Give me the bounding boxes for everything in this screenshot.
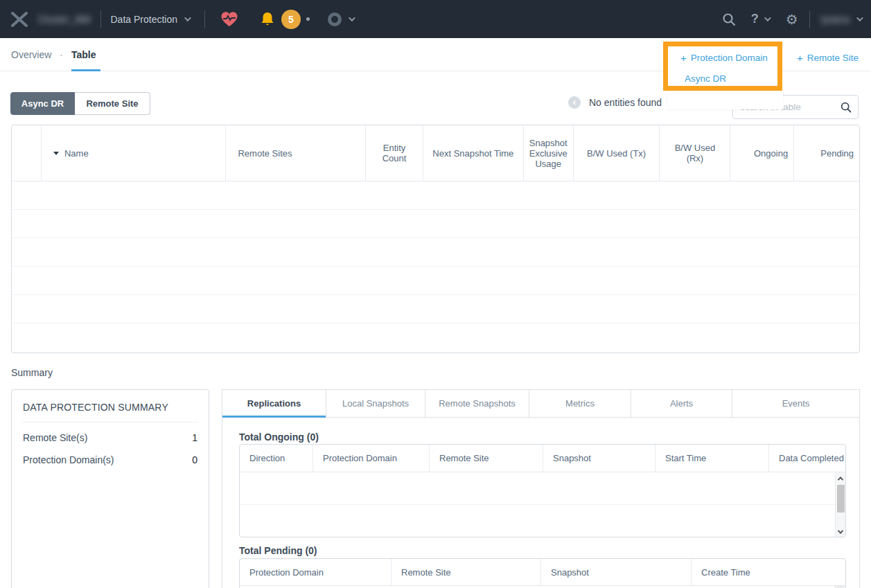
plus-icon: + [797, 52, 803, 64]
divider [809, 10, 810, 28]
add-protection-domain-label[interactable]: Protection Domain [691, 53, 768, 63]
alerts-bell-icon[interactable] [259, 11, 276, 28]
stat-value: 1 [192, 432, 197, 443]
summary-card-title: DATA PROTECTION SUMMARY [12, 390, 209, 422]
search-icon[interactable] [722, 12, 736, 26]
data-protection-page: Cluster_368 Data Protection 5 [0, 0, 871, 588]
add-remote-site-button[interactable]: + Remote Site [797, 52, 859, 64]
col-snapshot[interactable]: Snapshot [541, 559, 692, 585]
menu-item-async-dr[interactable]: Async DR [685, 73, 726, 84]
stat-label: Protection Domain(s) [23, 454, 114, 465]
add-protection-domain-button[interactable]: + Protection Domain [680, 52, 768, 64]
table-row [240, 505, 845, 537]
tab-overview[interactable]: Overview [11, 38, 51, 71]
ongoing-header-row: Direction Protection Domain Remote Site … [240, 445, 845, 472]
tab-events[interactable]: Events [732, 390, 859, 417]
help-question-icon[interactable]: ? [751, 12, 759, 26]
summary-detail-panel: Replications Local Snapshots Remote Snap… [222, 389, 860, 588]
col-ongoing[interactable]: Ongoing [730, 125, 794, 181]
entity-type-toggle: Async DR Remote Site [10, 92, 150, 115]
tab-separator: · [60, 38, 63, 71]
pending-header-row: Protection Domain Remote Site Snapshot C… [240, 559, 845, 586]
nutanix-x-logo[interactable] [11, 12, 28, 27]
scrollbar-thumb[interactable] [837, 485, 845, 513]
tab-metrics[interactable]: Metrics [529, 390, 631, 417]
col-name[interactable]: Name [42, 125, 227, 181]
username[interactable]: lystora [821, 14, 850, 25]
col-data-completed[interactable]: Data Completed [769, 445, 845, 472]
col-direction[interactable]: Direction [240, 445, 313, 472]
status-text: No entities found [589, 97, 662, 108]
summary-stat-row: Remote Site(s) 1 [12, 422, 209, 445]
nav-menu-data-protection[interactable]: Data Protection [111, 14, 178, 25]
pending-table: Protection Domain Remote Site Snapshot C… [239, 558, 846, 588]
chevron-down-icon[interactable] [184, 15, 191, 21]
protection-domain-table: Name Remote Sites Entity Count Next Snap… [11, 125, 860, 353]
col-remote-sites[interactable]: Remote Sites [226, 125, 366, 181]
scroll-down-icon[interactable] [836, 526, 846, 537]
col-bw-used-tx[interactable]: B/W Used (Tx) [574, 125, 660, 181]
stat-label: Remote Site(s) [23, 432, 87, 443]
ongoing-table-body [240, 472, 845, 537]
table-row [12, 210, 859, 238]
chevron-down-icon[interactable] [856, 15, 863, 21]
table-body [12, 181, 859, 352]
toggle-remote-site[interactable]: Remote Site [75, 92, 150, 115]
tab-alerts[interactable]: Alerts [631, 390, 732, 417]
table-row [12, 267, 859, 295]
col-remote-site[interactable]: Remote Site [430, 445, 543, 472]
col-snapshot-exclusive-usage[interactable]: Snapshot Exclusive Usage [524, 125, 574, 181]
health-heart-icon[interactable] [220, 11, 238, 28]
divider [100, 10, 101, 28]
col-entity-count[interactable]: Entity Count [366, 125, 423, 181]
tab-replications[interactable]: Replications [222, 390, 326, 417]
summary-section-label: Summary [11, 367, 53, 378]
table-row [12, 238, 859, 267]
tab-local-snapshots[interactable]: Local Snapshots [326, 390, 425, 417]
data-protection-summary-card: DATA PROTECTION SUMMARY Remote Site(s) 1… [11, 389, 209, 588]
total-ongoing-title: Total Ongoing (0) [239, 431, 319, 443]
col-next-snapshot-time[interactable]: Next Snapshot Time [423, 125, 524, 181]
col-start-time[interactable]: Start Time [656, 445, 769, 472]
total-pending-title: Total Pending (0) [239, 545, 317, 556]
ongoing-table: Direction Protection Domain Remote Site … [239, 444, 846, 537]
stat-value: 0 [192, 454, 197, 465]
separator-dot-icon [306, 17, 310, 21]
table-row [240, 472, 845, 505]
table-row [12, 323, 859, 352]
tab-remote-snapshots[interactable]: Remote Snapshots [425, 390, 529, 417]
table-header-row: Name Remote Sites Entity Count Next Snap… [12, 125, 859, 181]
vertical-scrollbar[interactable] [835, 472, 845, 537]
top-bar: Cluster_368 Data Protection 5 [0, 0, 871, 38]
col-protection-domain[interactable]: Protection Domain [240, 559, 391, 585]
chevron-down-icon[interactable] [349, 15, 355, 21]
gear-icon[interactable]: ⚙ [786, 12, 798, 26]
chevron-down-icon[interactable] [764, 15, 771, 21]
table-row [12, 295, 859, 323]
divider [204, 10, 205, 28]
col-remote-site[interactable]: Remote Site [391, 559, 541, 585]
col-snapshot[interactable]: Snapshot [543, 445, 656, 472]
magnifier-icon[interactable] [841, 102, 852, 113]
toggle-async-dr[interactable]: Async DR [10, 92, 75, 115]
sort-desc-icon [53, 152, 59, 155]
col-pending[interactable]: Pending [794, 125, 859, 181]
scroll-up-icon[interactable] [836, 472, 846, 484]
plus-icon: + [680, 52, 687, 64]
table-row [12, 181, 859, 210]
tab-table[interactable]: Table [71, 38, 96, 71]
col-create-time[interactable]: Create Time [692, 559, 845, 585]
tasks-ring-icon[interactable] [328, 12, 342, 26]
col-bw-used-rx[interactable]: B/W Used (Rx) [660, 125, 730, 181]
detail-tab-row: Replications Local Snapshots Remote Snap… [222, 390, 859, 418]
col-protection-domain[interactable]: Protection Domain [313, 445, 430, 472]
status-group: ‹ No entities found [568, 96, 662, 109]
cluster-name[interactable]: Cluster_368 [38, 14, 91, 25]
alert-count-badge[interactable]: 5 [281, 10, 301, 29]
page-left-icon[interactable]: ‹ [568, 96, 581, 109]
add-remote-site-label[interactable]: Remote Site [807, 53, 859, 63]
summary-stat-row: Protection Domain(s) 0 [12, 445, 209, 467]
col-blank [12, 125, 42, 181]
